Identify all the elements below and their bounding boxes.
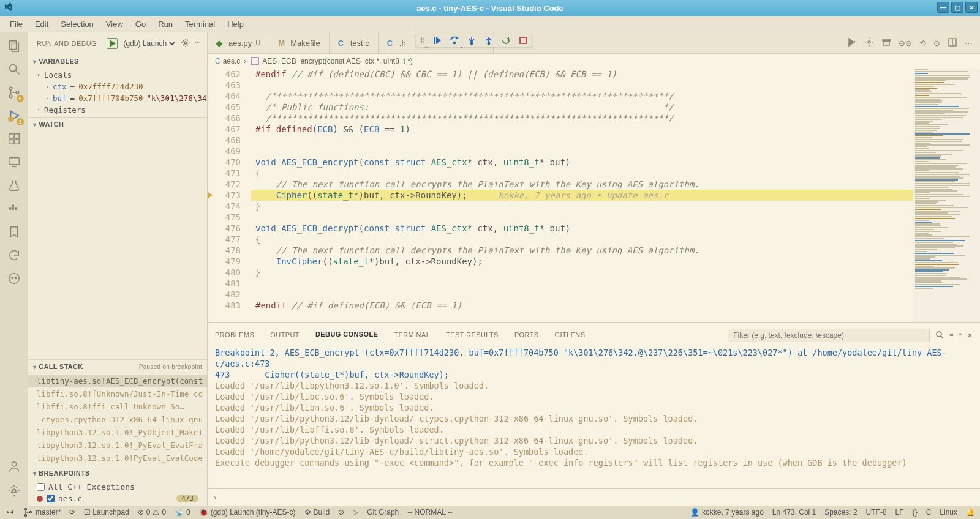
panel-tab[interactable]: PROBLEMS xyxy=(215,331,254,342)
panel-tab[interactable]: PORTS xyxy=(514,331,539,342)
callstack-frame[interactable]: libpython3.12.so.1.0!PyEval_EvalCode xyxy=(28,452,207,465)
eol-status[interactable]: LF xyxy=(895,508,904,517)
run-icon[interactable]: ▷ xyxy=(353,508,358,517)
minimap[interactable] xyxy=(913,69,980,322)
gear-icon[interactable] xyxy=(6,482,23,499)
callstack-frame[interactable]: libpython3.12.so.1.0!_PyEval_EvalFra xyxy=(28,439,207,452)
stop-button[interactable] xyxy=(518,35,528,45)
sidebar-more-icon[interactable]: ⋯ xyxy=(194,39,202,47)
code-line[interactable]: /***************************************… xyxy=(251,113,980,124)
registers-scope[interactable]: ›Registers xyxy=(28,104,207,116)
editor-tab[interactable]: MMakefile xyxy=(270,32,329,53)
menu-go[interactable]: Go xyxy=(129,17,152,31)
code-line[interactable] xyxy=(251,278,980,289)
breakpoints-section-header[interactable]: ▾BREAKPOINTS xyxy=(28,466,207,480)
bracket-status[interactable]: {} xyxy=(913,508,918,517)
code-line[interactable]: // The next function call decrypts the P… xyxy=(251,245,980,256)
code-line[interactable] xyxy=(251,289,980,300)
restart-button[interactable] xyxy=(501,35,511,45)
sync-icon[interactable] xyxy=(6,247,23,264)
callstack-frame[interactable]: libpython3.12.so.1.0!_PyObject_MakeT xyxy=(28,426,207,439)
editor-tab[interactable]: Ctest.c xyxy=(330,32,379,53)
panel-tab[interactable]: TERMINAL xyxy=(394,331,430,342)
editor-tab[interactable]: C.h xyxy=(379,32,415,53)
code-line[interactable]: } xyxy=(251,267,980,278)
test-icon[interactable] xyxy=(6,177,23,194)
code-line[interactable] xyxy=(251,146,980,157)
archive-icon[interactable] xyxy=(881,37,891,49)
locals-scope[interactable]: ▾Locals xyxy=(28,69,207,81)
debug-icon[interactable]: 1 xyxy=(6,107,23,124)
editor-tab[interactable]: ◆aes.pyU xyxy=(208,32,270,53)
scm-icon[interactable]: 5 xyxy=(6,84,23,101)
code-line[interactable]: void AES_ECB_encrypt(const struct AES_ct… xyxy=(251,157,980,168)
step-into-button[interactable] xyxy=(467,35,477,45)
panel-tab[interactable]: GITLENS xyxy=(555,331,586,342)
position-status[interactable]: Ln 473, Col 1 xyxy=(772,508,816,517)
callstack-frame[interactable]: libffi.so.8![Unknown/Just-In-Time co xyxy=(28,387,207,400)
language-status[interactable]: C xyxy=(926,508,932,517)
launch-config-select[interactable]: (gdb) Launch xyxy=(121,39,177,48)
encoding-status[interactable]: UTF-8 xyxy=(866,508,887,517)
breakpoint-file[interactable]: aes.c 473 xyxy=(28,493,207,504)
code-line[interactable]: // The next function call encrypts the P… xyxy=(251,179,980,190)
close-button[interactable]: ✕ xyxy=(965,2,978,13)
minimize-button[interactable]: — xyxy=(937,2,949,13)
panel-tab[interactable]: TEST RESULTS xyxy=(446,331,499,342)
continue-button[interactable] xyxy=(432,35,442,45)
code-line[interactable]: #if defined(ECB) && (ECB == 1) xyxy=(251,124,980,135)
panel-more-icon[interactable]: ≡ xyxy=(949,332,954,339)
tab-more-icon[interactable]: ⋯ xyxy=(965,39,973,48)
bookmarks-icon[interactable] xyxy=(6,223,23,241)
settings-icon[interactable] xyxy=(864,37,874,49)
variable-row[interactable]: › ctx = 0x7ffff714d230 xyxy=(28,81,207,92)
callstack-frame[interactable]: libffi.so.8!ffi_call Unknown So… xyxy=(28,400,207,413)
build-status[interactable]: ⚙ Build xyxy=(304,508,330,517)
bp-checkbox[interactable] xyxy=(37,483,45,491)
copilot-icon[interactable] xyxy=(6,270,23,287)
menu-terminal[interactable]: Terminal xyxy=(179,17,221,31)
gitgraph-status[interactable]: Git Graph xyxy=(367,508,399,517)
wrap-icon[interactable]: ⊙ xyxy=(933,39,940,48)
code-line[interactable]: { xyxy=(251,234,980,245)
code-line[interactable] xyxy=(251,212,980,223)
code-line[interactable]: InvCipher((state_t*)buf, ctx->RoundKey); xyxy=(251,256,980,267)
branch-status[interactable]: master* xyxy=(23,507,61,517)
problems-status[interactable]: ⊗ 0 ⚠ 0 xyxy=(138,508,166,517)
editor-body[interactable]: 4624634644654664674684694704714724734744… xyxy=(208,69,980,322)
debug-console-output[interactable]: Breakpoint 2, AES_ECB_encrypt (ctx=0x7ff… xyxy=(208,342,980,488)
split-icon[interactable] xyxy=(948,37,957,49)
step-over-button[interactable] xyxy=(450,35,459,45)
menu-run[interactable]: Run xyxy=(152,17,179,31)
step-out-button[interactable] xyxy=(484,35,494,45)
code-line[interactable]: } xyxy=(251,201,980,212)
blame-status[interactable]: 👤 kokke, 7 years ago xyxy=(690,508,764,517)
breakpoint-allcpp[interactable]: All C++ Exceptions xyxy=(28,481,207,493)
search-icon[interactable] xyxy=(6,61,23,78)
panel-maximize-icon[interactable]: ^ xyxy=(959,332,962,339)
timeline-icon[interactable]: ⟲ xyxy=(919,39,926,48)
menu-view[interactable]: View xyxy=(100,17,129,31)
code-line[interactable]: /***************************************… xyxy=(251,91,980,102)
account-icon[interactable] xyxy=(6,458,23,475)
launchpad-status[interactable]: ⚀ Launchpad xyxy=(84,508,129,517)
sync-status[interactable]: ⟳ xyxy=(69,508,75,517)
breadcrumb[interactable]: C aes.c › AES_ECB_encrypt(const AES_ctx … xyxy=(208,54,980,69)
bp-checkbox[interactable] xyxy=(47,495,55,502)
panel-tab[interactable]: DEBUG CONSOLE xyxy=(315,330,378,342)
remote-icon[interactable] xyxy=(6,154,23,171)
panel-tab[interactable]: OUTPUT xyxy=(270,331,300,342)
indent-status[interactable]: Spaces: 2 xyxy=(824,508,857,517)
config-gear-icon[interactable] xyxy=(181,38,190,49)
code-line[interactable]: #endif // #if (defined(CBC) && CBC == 1)… xyxy=(251,69,980,80)
variables-section-header[interactable]: ▾VARIABLES xyxy=(28,54,207,68)
debug-status[interactable]: 🐞 (gdb) Launch (tiny-AES-c) xyxy=(199,508,296,517)
search-icon[interactable] xyxy=(935,330,944,341)
debug-repl-input[interactable]: › xyxy=(208,488,980,506)
extensions-icon[interactable] xyxy=(6,130,23,147)
variable-row[interactable]: › buf = 0x7ffff704b750 "k\301\276\34… xyxy=(28,92,207,104)
os-status[interactable]: Linux xyxy=(940,508,957,517)
run-dropdown-icon[interactable] xyxy=(847,37,857,49)
callstack-section-header[interactable]: ▾CALL STACK Paused on breakpoint xyxy=(28,360,207,373)
menu-edit[interactable]: Edit xyxy=(29,17,55,31)
